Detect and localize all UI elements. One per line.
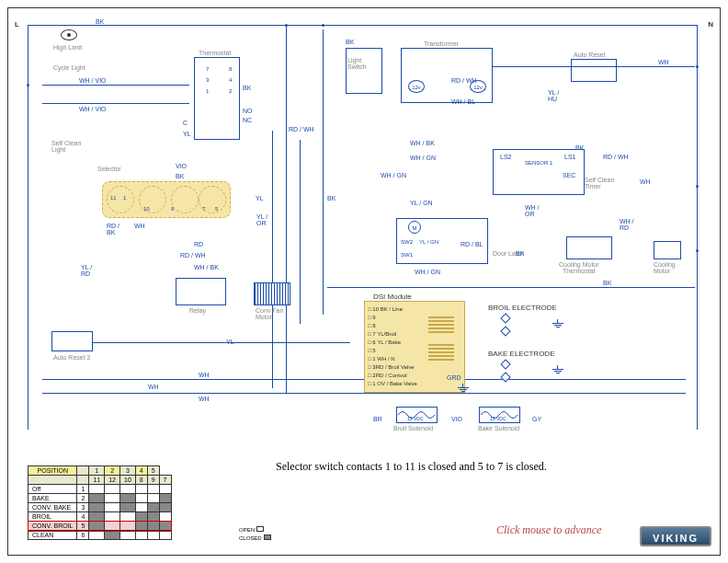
wire-grd: GRD: [447, 374, 461, 381]
wire-rd: RD: [194, 241, 203, 247]
table-row: CONV. BROIL5: [28, 522, 172, 531]
wire-bk-1: BK: [96, 18, 104, 25]
wire-rd-wh-sct: RD / WH: [603, 154, 629, 160]
legend-open: OPEN: [239, 526, 264, 533]
wire-bk-2: BK: [243, 85, 251, 91]
wire-wh-bk-t: WH / BK: [410, 140, 435, 146]
thermo-pin-3: 3: [206, 77, 209, 83]
wire-wh: WH: [134, 223, 145, 229]
table-row: BAKE2: [28, 494, 172, 503]
bake-electrode-label: BAKE ELECTRODE: [488, 350, 554, 358]
wire-bk-dsi: BK: [603, 280, 611, 286]
cooling-motor-box: [654, 241, 681, 259]
relay-label: Relay: [189, 307, 206, 314]
wire-rd-bl: RD / BL: [461, 241, 483, 247]
wire-wh-b3: WH: [148, 384, 159, 390]
yl-gn-dl: YL / GN: [419, 239, 438, 245]
selector-label: Selector: [97, 166, 121, 172]
cooling-motor-label: Cooling Motor: [654, 261, 676, 274]
wire-wh-b1: WH: [199, 372, 210, 378]
broil-electrode-2: [500, 326, 510, 336]
wire-vio-sol: VIO: [451, 416, 462, 422]
bake-15vdc: 15 VDC: [490, 416, 506, 421]
terminal-L: L: [15, 20, 19, 29]
ground-icon-dsi: [458, 384, 469, 393]
wire-bk-mid: BK: [327, 195, 336, 201]
conv-fan-label: Conv Fan Motor: [256, 307, 283, 320]
broil-solenoid-label: Broil Solenoid: [393, 425, 433, 431]
sel-pin-9: 9: [171, 206, 174, 212]
ground-icon-bake: [552, 365, 563, 374]
sec-label: SEC: [563, 172, 575, 178]
sel-pin-10: 10: [143, 206, 150, 212]
wire-wh-or: WH / OR: [525, 204, 540, 217]
broil-electrode-label: BROIL ELECTRODE: [488, 304, 557, 312]
table-row: Off1: [28, 485, 172, 494]
wire-wh-gn: WH / GN: [410, 155, 436, 161]
wire-wh-bl: WH / BL: [451, 98, 475, 105]
auto-reset-2-label: Auto Reset 2: [53, 354, 90, 361]
sensor-label: SENSOR 1: [525, 160, 552, 166]
cooling-thermo-label: Cooling Motor Thermostat: [559, 261, 599, 274]
broil-15vdc: 15 VDC: [407, 416, 424, 421]
thermo-pin-1: 1: [206, 88, 209, 94]
thermostat-box: [194, 57, 240, 140]
wire-wh-top: WH: [658, 59, 669, 65]
wire-wh-bk: WH / BK: [194, 264, 219, 270]
self-clean-timer-label: Self Clean Timer: [585, 177, 614, 190]
dsi-bars-1: [428, 315, 454, 333]
ls2-label: LS2: [500, 154, 511, 160]
light-switch-box: [346, 48, 382, 94]
wire-vio: VIO: [176, 163, 187, 169]
table-row: BROIL4: [28, 512, 172, 522]
wire-rd-wh-t: RD / WH: [451, 77, 477, 84]
wire-rd-wh-mid: RD / WH: [289, 126, 314, 132]
sw2-label: SW2: [401, 239, 413, 245]
wire-yl-rd: YL / RD: [81, 264, 92, 277]
wire-wh-gn-dl: WH / GN: [415, 269, 440, 275]
terminal-N: N: [708, 20, 713, 29]
bake-electrode-2: [500, 372, 510, 382]
lamp-12v-1: 12v: [408, 80, 425, 93]
cycle-light-label: Cycle Light: [53, 64, 85, 71]
self-clean-light-label: Self Clean Light: [51, 140, 81, 153]
wire-wh-b2: WH: [199, 396, 210, 402]
wire-bk-dl: BK: [516, 250, 524, 257]
wire-bk-sel: BK: [176, 173, 184, 179]
wire-wh-sct: WH: [640, 178, 651, 185]
wire-wh-vio-2: WH / VIO: [79, 106, 107, 112]
wire-wh-rd-ct: WH / RD: [620, 218, 634, 231]
wire-rd-wh: RD / WH: [180, 252, 206, 259]
dsi-pin-list: □ 10 BK / Line □ 9 □ 8 □ 7 YL/Broil □ 6 …: [368, 305, 417, 388]
light-switch-label: Light Switch: [347, 57, 367, 70]
advance-text[interactable]: Click mouse to advance: [496, 523, 601, 537]
wire-bk-sct: BK: [575, 144, 584, 151]
caption-text: Selector switch contacts 1 to 11 is clos…: [276, 460, 547, 474]
wire-br: BR: [373, 416, 382, 422]
thermostat-label: Thermostat: [199, 50, 231, 56]
wire-bk-3: BK: [346, 39, 354, 45]
thermo-pin-8: 8: [229, 66, 232, 72]
ls1-label: LS1: [564, 154, 575, 160]
transformer-box: [401, 48, 493, 103]
wire-yl-hu: YL / HU: [548, 89, 559, 102]
table-row: CONV. BAKE3: [28, 503, 172, 512]
conv-fan-box: [254, 282, 290, 305]
thermo-pin-7: 7: [206, 66, 209, 72]
bake-solenoid-label: Bake Solenoid: [478, 425, 519, 431]
high-limit-label: High Limit: [53, 44, 82, 51]
dsi-bars-2: [428, 342, 454, 361]
high-limit-icon: [61, 29, 77, 40]
table-header-position: POSITION: [28, 466, 77, 476]
selector-position-table: POSITION 1 2 3 4 5 11 12 10 8 9 7 Off1BA…: [28, 465, 172, 540]
auto-reset-box: [571, 59, 617, 82]
legend-closed: CLOSED: [239, 534, 271, 541]
broil-electrode-1: [500, 313, 510, 323]
wire-yl-or: YL / OR: [256, 213, 267, 226]
transformer-label: Transformer: [424, 40, 459, 47]
cooling-thermo-box: [566, 236, 612, 259]
table-row: CLEAN6: [28, 531, 172, 540]
sel-pin-7: 7: [202, 206, 205, 212]
auto-reset-label: Auto Reset: [574, 52, 606, 58]
viking-logo: VIKING: [640, 526, 711, 546]
